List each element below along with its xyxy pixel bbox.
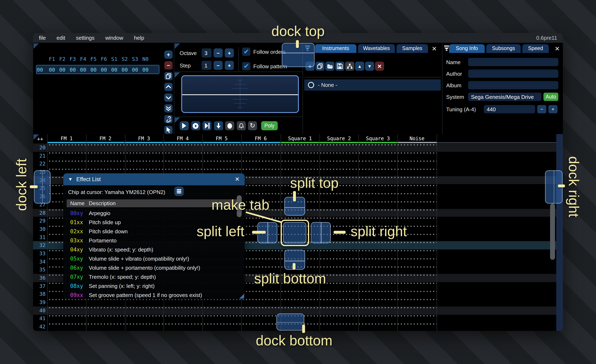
channel-header[interactable]: FM 5 <box>202 136 241 141</box>
duplicate-instrument-button[interactable] <box>315 62 325 71</box>
menu-settings[interactable]: settings <box>76 35 95 41</box>
save-instrument-button[interactable] <box>335 62 344 71</box>
order-cell[interactable]: 00 <box>130 67 140 73</box>
deep-clone-button[interactable] <box>164 115 173 123</box>
step-minus-button[interactable]: − <box>214 61 223 70</box>
order-cell[interactable]: 00 <box>119 67 130 73</box>
tuning-plus-button[interactable]: + <box>548 105 558 113</box>
collapse-icon[interactable] <box>444 45 449 51</box>
orders-col[interactable]: F6 <box>99 56 109 62</box>
effect-list-titlebar[interactable]: ▼ Effect List ✕ <box>63 173 245 185</box>
effect-row[interactable]: 04xyVibrato (x: speed; y: depth) <box>63 246 245 255</box>
effect-row[interactable]: 07xyTremolo (x: speed; y: depth) <box>63 274 245 283</box>
dock-target-bottom-edge[interactable] <box>276 313 304 330</box>
col-description[interactable]: Description <box>89 200 116 206</box>
order-cell[interactable]: 00 <box>67 67 78 73</box>
effect-row[interactable]: 08xySet panning (x: left; y: right) <box>63 283 245 292</box>
orders-col[interactable]: S1 <box>109 56 119 62</box>
tab-song-info[interactable]: Song Info <box>449 44 485 53</box>
order-down-button[interactable] <box>164 94 173 102</box>
system-combo[interactable]: Sega Genesis/Mega Drive <box>468 93 541 101</box>
menu-window[interactable]: window <box>105 35 123 41</box>
effect-row[interactable]: 06xyVolume slide + portamento (compatibi… <box>63 264 245 274</box>
orders-col[interactable]: F3 <box>67 56 78 62</box>
follow-orders-checkbox[interactable]: ✔ <box>242 48 250 56</box>
order-up-button[interactable] <box>164 83 173 91</box>
auto-system-button[interactable]: Auto <box>544 93 558 101</box>
orders-col[interactable]: F2 <box>57 56 67 62</box>
step-value[interactable]: 1 <box>201 61 211 70</box>
channel-header[interactable]: FM 2 <box>86 136 125 141</box>
channel-header[interactable]: Square 2 <box>320 136 358 141</box>
instrument-up-button[interactable]: ▲ <box>355 62 364 71</box>
tab-speed[interactable]: Speed <box>522 44 549 53</box>
resize-grip-icon[interactable] <box>239 293 244 298</box>
menu-edit[interactable]: edit <box>57 35 65 41</box>
order-cell[interactable]: 00 <box>99 67 109 73</box>
orders-col[interactable]: F5 <box>88 56 99 62</box>
order-cell[interactable]: 00 <box>109 67 119 73</box>
tab-subsongs[interactable]: Subsongs <box>486 44 521 53</box>
orders-col[interactable]: F4 <box>78 56 88 62</box>
order-cell[interactable]: 00 <box>57 67 67 73</box>
play-pattern-button[interactable] <box>191 121 200 130</box>
channel-header[interactable]: Square 1 <box>280 136 320 141</box>
repeat-pattern-button[interactable]: ↻ <box>248 121 257 130</box>
octave-value[interactable]: 3 <box>201 48 211 58</box>
delete-instrument-button[interactable]: ✕ <box>375 62 384 71</box>
tab-samples[interactable]: Samples <box>396 44 428 53</box>
octave-plus-button[interactable]: + <box>225 48 234 58</box>
channel-header[interactable]: FM 3 <box>125 136 163 141</box>
play-from-cursor-button[interactable] <box>202 121 211 130</box>
channel-header[interactable]: FM 1 <box>47 136 86 141</box>
channel-header[interactable]: FM 4 <box>163 136 202 141</box>
poly-button[interactable]: Poly <box>261 121 278 130</box>
col-name[interactable]: Name <box>70 200 84 206</box>
add-order-button[interactable]: + <box>164 51 173 59</box>
menu-file[interactable]: file <box>39 35 46 41</box>
follow-orders-label[interactable]: Follow orders <box>253 49 286 55</box>
expand-channels-button[interactable]: ++ <box>33 136 47 142</box>
menu-help[interactable]: help <box>134 35 144 41</box>
metronome-button[interactable] <box>237 121 246 130</box>
effect-list-menu-button[interactable] <box>174 186 184 196</box>
record-button[interactable] <box>225 121 234 130</box>
effect-row[interactable]: 09xxSet groove pattern (speed 1 if no gr… <box>63 292 245 299</box>
collapse-triangle-icon[interactable]: ▼ <box>68 177 73 182</box>
instrument-folder-view-button[interactable] <box>345 62 354 71</box>
step-row-button[interactable] <box>214 121 223 130</box>
name-input[interactable] <box>468 58 558 66</box>
split-target-right[interactable] <box>311 222 331 243</box>
duplicate-order-button[interactable] <box>164 72 173 80</box>
channel-header[interactable]: FM 6 <box>241 136 280 141</box>
octave-minus-button[interactable]: − <box>214 48 223 58</box>
close-icon[interactable]: ✕ <box>432 45 437 52</box>
author-input[interactable] <box>468 70 558 78</box>
remove-order-button[interactable]: − <box>164 61 173 70</box>
tuning-input[interactable]: 440 <box>484 105 535 113</box>
order-cell[interactable]: 00 <box>88 67 99 73</box>
follow-pattern-checkbox[interactable]: ✔ <box>242 62 250 70</box>
tab-instruments[interactable]: Instruments <box>315 44 356 53</box>
pattern-scrollbar-thumb[interactable] <box>550 204 555 260</box>
close-icon[interactable]: ✕ <box>555 45 560 52</box>
instrument-list-item-none[interactable]: - None - <box>304 80 441 91</box>
order-cell[interactable]: 00 <box>47 67 57 73</box>
step-plus-button[interactable]: + <box>225 61 234 70</box>
orders-col[interactable]: S2 <box>119 56 130 62</box>
order-cell[interactable]: 00 <box>78 67 88 73</box>
open-instrument-button[interactable] <box>325 62 335 71</box>
instrument-down-button[interactable]: ▼ <box>365 62 374 71</box>
tuning-minus-button[interactable]: 3− <box>537 105 546 113</box>
order-edit-mode-button[interactable] <box>164 126 173 134</box>
orders-col[interactable]: N0 <box>140 56 151 62</box>
channel-header[interactable]: Noise <box>397 136 437 141</box>
channel-header[interactable]: Square 3 <box>358 136 397 141</box>
orders-col[interactable]: F1 <box>47 56 57 62</box>
tab-wavetables[interactable]: Wavetables <box>358 44 395 53</box>
album-input[interactable] <box>468 81 558 89</box>
order-move-down-button[interactable] <box>164 104 173 112</box>
orders-col[interactable]: S3 <box>130 56 140 62</box>
order-cell[interactable]: 00 <box>140 67 151 73</box>
play-button[interactable] <box>180 121 189 130</box>
